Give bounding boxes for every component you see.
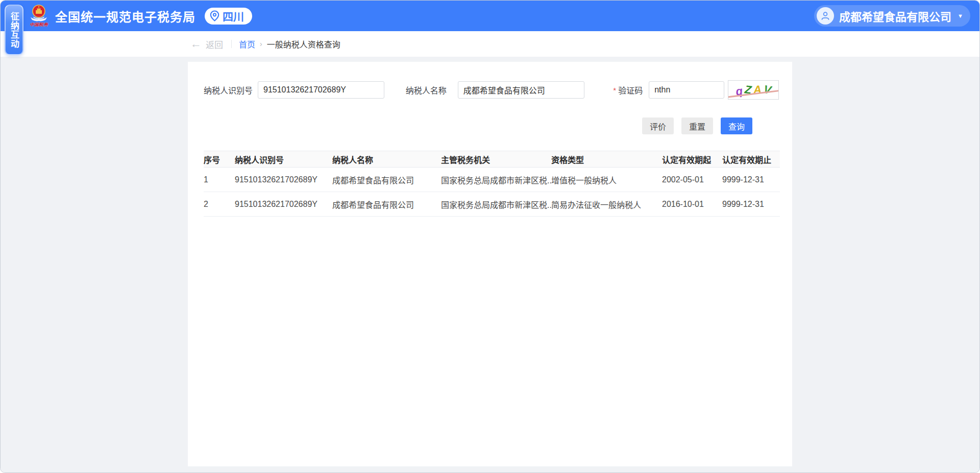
tax-bureau-logo: 中国税务 xyxy=(29,4,49,28)
cell-tin: 91510132621702689Y xyxy=(235,168,332,192)
taxpayer-name-input[interactable] xyxy=(458,81,585,99)
interaction-side-tab[interactable]: 征纳互动 xyxy=(5,5,23,55)
col-header-valid-to: 认定有效期止 xyxy=(722,151,780,168)
captcha-label: 验证码 xyxy=(618,84,643,96)
query-panel: 纳税人识别号 纳税人名称 * 验证码 q Z A V 评价 重置 查 xyxy=(188,62,792,466)
cell-authority: 国家税务总局成都市新津区税... xyxy=(441,168,551,192)
cell-seq: 2 xyxy=(204,192,235,217)
reset-button[interactable]: 重置 xyxy=(681,117,713,134)
table-header: 序号 纳税人识别号 纳税人名称 主管税务机关 资格类型 认定有效期起 认定有效期… xyxy=(204,151,780,168)
breadcrumb-bar: ← 返回 首页 › 一般纳税人资格查询 xyxy=(1,31,979,57)
cell-name: 成都希望食品有限公司 xyxy=(332,192,441,217)
col-header-tin: 纳税人识别号 xyxy=(235,151,332,168)
table-row[interactable]: 1 91510132621702689Y 成都希望食品有限公司 国家税务总局成都… xyxy=(204,168,780,192)
cell-valid-to: 9999-12-31 xyxy=(722,192,780,217)
location-pin-icon xyxy=(210,10,219,21)
query-form: 纳税人识别号 纳税人名称 * 验证码 q Z A V xyxy=(204,81,779,99)
top-header: 中国税务 全国统一规范电子税务局 四川 成都希望食品有限公司 ▼ xyxy=(1,1,979,31)
col-header-name: 纳税人名称 xyxy=(332,151,441,168)
avatar xyxy=(817,7,834,25)
col-header-seq: 序号 xyxy=(204,151,235,168)
cell-qualification: 简易办法征收一般纳税人 xyxy=(551,192,662,217)
back-arrow-icon[interactable]: ← xyxy=(190,38,202,50)
results-table: 序号 纳税人识别号 纳税人名称 主管税务机关 资格类型 认定有效期起 认定有效期… xyxy=(204,151,780,217)
cell-qualification: 增值税一般纳税人 xyxy=(551,168,662,192)
app-window: 征纳互动 中国税务 全国统一规范电子税务局 四川 xyxy=(0,0,980,473)
breadcrumb-home-link[interactable]: 首页 xyxy=(239,38,255,50)
taxpayer-name-label: 纳税人名称 xyxy=(406,84,447,96)
col-header-authority: 主管税务机关 xyxy=(441,151,551,168)
required-asterisk: * xyxy=(613,86,616,94)
user-account-chip[interactable]: 成都希望食品有限公司 ▼ xyxy=(814,5,970,27)
col-header-valid-from: 认定有效期起 xyxy=(662,151,722,168)
query-button[interactable]: 查询 xyxy=(721,117,752,134)
user-company-name: 成都希望食品有限公司 xyxy=(839,8,951,24)
cell-valid-from: 2002-05-01 xyxy=(662,168,722,192)
chevron-down-icon: ▼ xyxy=(958,13,963,19)
breadcrumb-current-page: 一般纳税人资格查询 xyxy=(267,38,340,50)
logo-caption: 中国税务 xyxy=(30,21,48,28)
cell-seq: 1 xyxy=(204,168,235,192)
cell-valid-to: 9999-12-31 xyxy=(722,168,780,192)
breadcrumb-separator: › xyxy=(260,40,262,48)
content-area: 纳税人识别号 纳税人名称 * 验证码 q Z A V 评价 重置 查 xyxy=(1,57,979,473)
cell-tin: 91510132621702689Y xyxy=(235,192,332,217)
region-badge-label: 四川 xyxy=(223,8,244,23)
breadcrumb-divider xyxy=(231,40,232,48)
table-row[interactable]: 2 91510132621702689Y 成都希望食品有限公司 国家税务总局成都… xyxy=(204,192,780,217)
cell-valid-from: 2016-10-01 xyxy=(662,192,722,217)
cell-authority: 国家税务总局成都市新津区税... xyxy=(441,192,551,217)
user-icon xyxy=(820,11,830,21)
app-title: 全国统一规范电子税务局 xyxy=(55,7,195,25)
cell-name: 成都希望食品有限公司 xyxy=(332,168,441,192)
tin-label: 纳税人识别号 xyxy=(204,84,253,96)
tin-input[interactable] xyxy=(258,81,384,99)
captcha-image[interactable]: q Z A V xyxy=(728,80,779,100)
national-emblem-icon xyxy=(29,4,49,22)
captcha-input[interactable] xyxy=(649,81,724,99)
back-button[interactable]: 返回 xyxy=(206,38,223,51)
table-body: 1 91510132621702689Y 成都希望食品有限公司 国家税务总局成都… xyxy=(204,168,780,217)
captcha-char: V xyxy=(763,84,772,96)
action-button-row: 评价 重置 查询 xyxy=(204,117,779,134)
region-badge[interactable]: 四川 xyxy=(205,8,252,25)
evaluate-button[interactable]: 评价 xyxy=(642,117,674,134)
col-header-qualification: 资格类型 xyxy=(551,151,662,168)
